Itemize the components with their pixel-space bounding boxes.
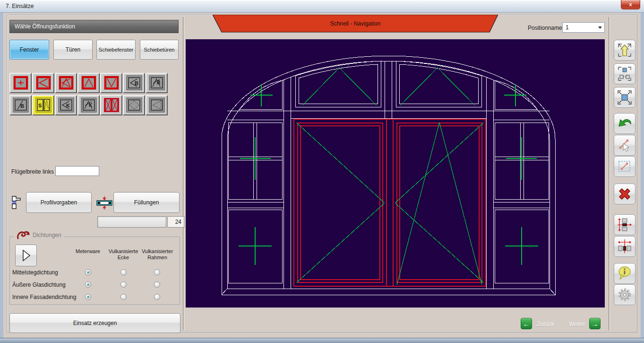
gasket-icon: [17, 230, 30, 240]
back-arrow-icon: ←: [523, 320, 530, 328]
svg-text:S: S: [38, 103, 42, 108]
profile-dimension-vertical-icon: [617, 217, 633, 233]
radio-fassade-ecke[interactable]: [120, 294, 127, 300]
radio-fassade-rahmen[interactable]: [154, 294, 160, 300]
opening-tilt-red-button[interactable]: [77, 73, 100, 93]
opening-turn-b-gray-button[interactable]: B: [123, 73, 145, 93]
fuellungen-button[interactable]: Füllungen: [113, 192, 180, 213]
radio-fassade-meterware[interactable]: [85, 294, 91, 300]
play-arrow-icon: [20, 249, 32, 262]
window-title: 7. Einsätze: [6, 3, 34, 9]
zoom-selection-icon: [617, 66, 633, 82]
close-button[interactable]: x: [621, 0, 640, 9]
bottom-hung-red-icon: [103, 75, 120, 91]
column-header-meterware: Meterware: [73, 248, 103, 255]
turn-k-gray-icon: K: [58, 97, 75, 113]
quick-navigation-label: Schnell - Navigation: [213, 15, 498, 33]
svg-text:B: B: [157, 80, 160, 85]
positionname-label: Positionname: [528, 25, 562, 31]
spacer-value-box[interactable]: 24: [167, 216, 184, 228]
turn-tilt-b-gray-icon: B: [148, 75, 165, 91]
opening-bottom-hung-red-button[interactable]: [100, 73, 122, 93]
svg-text:B: B: [20, 103, 24, 109]
back-button[interactable]: ←: [521, 318, 532, 329]
section-header: Wähle Öffnungsfunktion: [9, 20, 179, 33]
slash-b-gray-icon: B: [12, 97, 29, 113]
app-window: { "window": { "title": "7. Einsätze", "c…: [0, 0, 644, 343]
svg-text:K: K: [89, 103, 93, 108]
title-bar: 7. Einsätze: [0, 0, 644, 13]
delete-icon: [616, 185, 633, 202]
select-element-button[interactable]: [614, 135, 635, 156]
spacer-progress-bar[interactable]: [97, 216, 166, 228]
profile-dimension-horizontal-icon: [617, 238, 633, 255]
turn-tilt-k-gray-icon: K: [80, 97, 97, 113]
full-view-button[interactable]: [614, 40, 635, 61]
tab-fenster[interactable]: Fenster: [9, 40, 49, 60]
back-label: Zurück: [537, 321, 554, 327]
dichtungen-next-button[interactable]: [15, 245, 37, 266]
opening-double-sash-red-button[interactable]: [100, 95, 122, 115]
info-icon: [617, 265, 633, 281]
zoom-fit-button[interactable]: [614, 87, 635, 108]
positionname-dropdown[interactable]: 1: [562, 22, 605, 33]
window-drawing: [186, 39, 605, 308]
select-region-button[interactable]: [614, 156, 635, 177]
opening-turn-tilt-b-gray-button[interactable]: B: [146, 73, 168, 93]
column-header-vulkanisierte-ecke: Vulkanisierte Ecke: [107, 248, 139, 261]
settings-button[interactable]: [614, 284, 635, 305]
radio-mittelsteg-ecke[interactable]: [120, 269, 127, 275]
tab-schiebefenster[interactable]: Schiebefenster: [96, 40, 136, 60]
settings-gear-icon: [617, 287, 633, 303]
svg-text:B: B: [135, 80, 138, 86]
undo-icon: [617, 115, 633, 132]
profile-dimension-vertical-button[interactable]: [614, 214, 635, 235]
turn-left-red-icon: [35, 75, 52, 91]
next-arrow-icon: →: [592, 320, 599, 328]
undo-button[interactable]: [614, 113, 635, 134]
tab-schiebetueren[interactable]: Schiebetüren: [140, 40, 179, 60]
zoom-selection-button[interactable]: [614, 63, 635, 84]
radio-glas-meterware[interactable]: [85, 281, 91, 288]
right-splitter: [609, 17, 610, 330]
turn-tilt-left-red-icon: [58, 75, 75, 91]
info-button[interactable]: [614, 263, 635, 284]
opening-fixed-field-red-button[interactable]: [9, 73, 32, 93]
radio-mittelsteg-meterware[interactable]: [85, 269, 91, 275]
filling-icon: [96, 196, 113, 210]
profile-dimension-horizontal-button[interactable]: [614, 236, 635, 257]
radio-glas-ecke[interactable]: [120, 281, 127, 288]
left-splitter: [183, 17, 184, 330]
radio-glas-rahmen[interactable]: [154, 281, 160, 288]
opening-turn-tilt-k-gray-button[interactable]: K: [77, 95, 100, 115]
delete-button[interactable]: [614, 184, 635, 204]
row-label-aeussere-glasdichtung: Äußere Glasdichtung: [12, 281, 66, 288]
tab-tueren[interactable]: Türen: [53, 40, 93, 60]
opening-turn-left-red-button[interactable]: [32, 73, 54, 93]
profilvorgaben-button[interactable]: Profilvorgaben: [26, 192, 92, 213]
fluegelbreite-input[interactable]: [55, 166, 99, 176]
opening-turn-tilt-left-red-button[interactable]: [55, 73, 77, 93]
row-label-mittelstegdichtung: Mittelstegdichtung: [12, 269, 58, 276]
dichtungen-title: Dichtungen: [33, 232, 61, 238]
fluegelbreite-label: Flügelbreite links: [11, 168, 54, 175]
column-header-vulkanisierter-rahmen: Vulkanisierter Rahmen: [140, 248, 174, 261]
next-button[interactable]: →: [589, 318, 601, 329]
opening-diamond-dotted-line-gray-button[interactable]: [146, 95, 168, 115]
diamond-dotted-line-gray-icon: [148, 97, 165, 113]
opening-turn-k-gray-button[interactable]: K: [55, 95, 77, 115]
dichtungen-legend: Dichtungen: [14, 230, 64, 240]
next-label: Weiter: [569, 321, 585, 327]
opening-slash-b-gray-button[interactable]: B: [9, 95, 32, 115]
opening-stulp-double-sash-button[interactable]: S: [32, 95, 54, 115]
cad-viewport[interactable]: [186, 39, 605, 308]
svg-text:K: K: [66, 103, 70, 108]
turn-b-gray-icon: B: [126, 75, 143, 91]
select-region-icon: [617, 158, 633, 175]
double-sash-red-icon: [103, 97, 120, 113]
opening-diamond-dotted-gray-button[interactable]: [123, 95, 145, 115]
chevron-down-icon: [598, 26, 602, 29]
einsatz-erzeugen-button[interactable]: Einsatz erzeugen: [9, 313, 180, 333]
radio-mittelsteg-rahmen[interactable]: [154, 269, 160, 275]
tilt-red-icon: [80, 75, 97, 91]
